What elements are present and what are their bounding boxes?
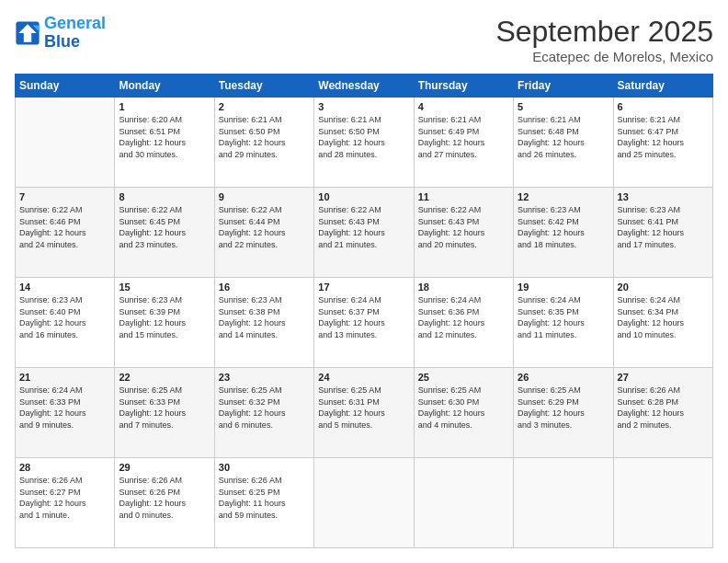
day-number: 23 bbox=[219, 372, 310, 383]
table-row: 7Sunrise: 6:22 AM Sunset: 6:46 PM Daylig… bbox=[16, 188, 115, 278]
table-row: 12Sunrise: 6:23 AM Sunset: 6:42 PM Dayli… bbox=[514, 188, 613, 278]
table-row: 3Sunrise: 6:21 AM Sunset: 6:50 PM Daylig… bbox=[314, 98, 414, 188]
table-row: 11Sunrise: 6:22 AM Sunset: 6:43 PM Dayli… bbox=[414, 188, 513, 278]
table-row: 10Sunrise: 6:22 AM Sunset: 6:43 PM Dayli… bbox=[314, 188, 414, 278]
day-number: 3 bbox=[318, 101, 409, 112]
calendar-header-row: Sunday Monday Tuesday Wednesday Thursday… bbox=[16, 75, 713, 98]
day-info: Sunrise: 6:24 AM Sunset: 6:33 PM Dayligh… bbox=[19, 385, 110, 431]
logo-icon bbox=[15, 20, 40, 46]
calendar-week-row: 7Sunrise: 6:22 AM Sunset: 6:46 PM Daylig… bbox=[16, 188, 713, 278]
day-info: Sunrise: 6:22 AM Sunset: 6:44 PM Dayligh… bbox=[219, 204, 310, 250]
calendar-body: 1Sunrise: 6:20 AM Sunset: 6:51 PM Daylig… bbox=[16, 98, 713, 548]
day-number: 27 bbox=[618, 372, 709, 383]
day-number: 26 bbox=[518, 372, 609, 383]
day-number: 10 bbox=[318, 191, 409, 202]
table-row: 13Sunrise: 6:23 AM Sunset: 6:41 PM Dayli… bbox=[613, 188, 712, 278]
day-info: Sunrise: 6:20 AM Sunset: 6:51 PM Dayligh… bbox=[119, 114, 210, 160]
col-saturday: Saturday bbox=[613, 75, 712, 98]
day-number: 12 bbox=[518, 191, 609, 202]
day-number: 8 bbox=[119, 191, 210, 202]
day-number: 24 bbox=[318, 372, 409, 383]
day-number: 4 bbox=[418, 101, 509, 112]
day-info: Sunrise: 6:24 AM Sunset: 6:37 PM Dayligh… bbox=[318, 294, 409, 340]
table-row: 21Sunrise: 6:24 AM Sunset: 6:33 PM Dayli… bbox=[16, 368, 115, 458]
day-info: Sunrise: 6:24 AM Sunset: 6:36 PM Dayligh… bbox=[418, 294, 509, 340]
table-row: 16Sunrise: 6:23 AM Sunset: 6:38 PM Dayli… bbox=[214, 278, 313, 368]
day-info: Sunrise: 6:25 AM Sunset: 6:30 PM Dayligh… bbox=[418, 385, 509, 431]
day-info: Sunrise: 6:26 AM Sunset: 6:28 PM Dayligh… bbox=[618, 385, 709, 431]
day-info: Sunrise: 6:23 AM Sunset: 6:38 PM Dayligh… bbox=[219, 294, 310, 340]
day-number: 2 bbox=[219, 101, 310, 112]
month-title: September 2025 bbox=[495, 15, 713, 49]
day-number: 16 bbox=[219, 282, 310, 293]
table-row: 9Sunrise: 6:22 AM Sunset: 6:44 PM Daylig… bbox=[214, 188, 313, 278]
logo-line2: Blue bbox=[44, 32, 80, 51]
table-row bbox=[613, 458, 712, 548]
day-number: 28 bbox=[19, 462, 110, 473]
table-row: 29Sunrise: 6:26 AM Sunset: 6:26 PM Dayli… bbox=[115, 458, 214, 548]
col-thursday: Thursday bbox=[414, 75, 513, 98]
table-row: 14Sunrise: 6:23 AM Sunset: 6:40 PM Dayli… bbox=[16, 278, 115, 368]
day-info: Sunrise: 6:25 AM Sunset: 6:31 PM Dayligh… bbox=[318, 385, 409, 431]
day-number: 25 bbox=[418, 372, 509, 383]
day-number: 22 bbox=[119, 372, 210, 383]
table-row bbox=[414, 458, 513, 548]
day-number: 1 bbox=[119, 101, 210, 112]
table-row: 4Sunrise: 6:21 AM Sunset: 6:49 PM Daylig… bbox=[414, 98, 513, 188]
day-number: 15 bbox=[119, 282, 210, 293]
title-block: September 2025 Ecatepec de Morelos, Mexi… bbox=[495, 15, 713, 64]
table-row bbox=[514, 458, 613, 548]
day-info: Sunrise: 6:26 AM Sunset: 6:26 PM Dayligh… bbox=[119, 475, 210, 521]
logo-line1: General bbox=[44, 14, 106, 32]
table-row bbox=[16, 98, 115, 188]
table-row: 15Sunrise: 6:23 AM Sunset: 6:39 PM Dayli… bbox=[115, 278, 214, 368]
table-row: 6Sunrise: 6:21 AM Sunset: 6:47 PM Daylig… bbox=[613, 98, 712, 188]
table-row: 25Sunrise: 6:25 AM Sunset: 6:30 PM Dayli… bbox=[414, 368, 513, 458]
header: General Blue September 2025 Ecatepec de … bbox=[15, 15, 713, 64]
table-row: 30Sunrise: 6:26 AM Sunset: 6:25 PM Dayli… bbox=[214, 458, 313, 548]
day-number: 29 bbox=[119, 462, 210, 473]
day-number: 6 bbox=[618, 101, 709, 112]
day-info: Sunrise: 6:23 AM Sunset: 6:41 PM Dayligh… bbox=[618, 204, 709, 250]
day-info: Sunrise: 6:21 AM Sunset: 6:47 PM Dayligh… bbox=[618, 114, 709, 160]
day-number: 14 bbox=[19, 282, 110, 293]
col-friday: Friday bbox=[514, 75, 613, 98]
table-row: 5Sunrise: 6:21 AM Sunset: 6:48 PM Daylig… bbox=[514, 98, 613, 188]
logo-text: General Blue bbox=[44, 15, 106, 52]
table-row: 20Sunrise: 6:24 AM Sunset: 6:34 PM Dayli… bbox=[613, 278, 712, 368]
day-number: 19 bbox=[518, 282, 609, 293]
day-info: Sunrise: 6:22 AM Sunset: 6:46 PM Dayligh… bbox=[19, 204, 110, 250]
day-info: Sunrise: 6:23 AM Sunset: 6:42 PM Dayligh… bbox=[518, 204, 609, 250]
table-row: 8Sunrise: 6:22 AM Sunset: 6:45 PM Daylig… bbox=[115, 188, 214, 278]
day-number: 30 bbox=[219, 462, 310, 473]
location-subtitle: Ecatepec de Morelos, Mexico bbox=[495, 49, 713, 64]
col-sunday: Sunday bbox=[16, 75, 115, 98]
table-row bbox=[314, 458, 414, 548]
day-number: 13 bbox=[618, 191, 709, 202]
table-row: 22Sunrise: 6:25 AM Sunset: 6:33 PM Dayli… bbox=[115, 368, 214, 458]
col-monday: Monday bbox=[115, 75, 214, 98]
calendar-week-row: 28Sunrise: 6:26 AM Sunset: 6:27 PM Dayli… bbox=[16, 458, 713, 548]
day-number: 5 bbox=[518, 101, 609, 112]
day-info: Sunrise: 6:24 AM Sunset: 6:34 PM Dayligh… bbox=[618, 294, 709, 340]
calendar-week-row: 21Sunrise: 6:24 AM Sunset: 6:33 PM Dayli… bbox=[16, 368, 713, 458]
table-row: 28Sunrise: 6:26 AM Sunset: 6:27 PM Dayli… bbox=[16, 458, 115, 548]
day-number: 18 bbox=[418, 282, 509, 293]
day-number: 21 bbox=[19, 372, 110, 383]
table-row: 26Sunrise: 6:25 AM Sunset: 6:29 PM Dayli… bbox=[514, 368, 613, 458]
day-info: Sunrise: 6:23 AM Sunset: 6:40 PM Dayligh… bbox=[19, 294, 110, 340]
day-info: Sunrise: 6:22 AM Sunset: 6:45 PM Dayligh… bbox=[119, 204, 210, 250]
table-row: 23Sunrise: 6:25 AM Sunset: 6:32 PM Dayli… bbox=[214, 368, 313, 458]
day-number: 11 bbox=[418, 191, 509, 202]
day-info: Sunrise: 6:25 AM Sunset: 6:33 PM Dayligh… bbox=[119, 385, 210, 431]
day-info: Sunrise: 6:23 AM Sunset: 6:39 PM Dayligh… bbox=[119, 294, 210, 340]
table-row: 27Sunrise: 6:26 AM Sunset: 6:28 PM Dayli… bbox=[613, 368, 712, 458]
page: General Blue September 2025 Ecatepec de … bbox=[0, 0, 728, 563]
day-info: Sunrise: 6:22 AM Sunset: 6:43 PM Dayligh… bbox=[418, 204, 509, 250]
logo: General Blue bbox=[15, 15, 106, 52]
calendar-week-row: 14Sunrise: 6:23 AM Sunset: 6:40 PM Dayli… bbox=[16, 278, 713, 368]
day-info: Sunrise: 6:26 AM Sunset: 6:27 PM Dayligh… bbox=[19, 475, 110, 521]
day-info: Sunrise: 6:21 AM Sunset: 6:49 PM Dayligh… bbox=[418, 114, 509, 160]
table-row: 2Sunrise: 6:21 AM Sunset: 6:50 PM Daylig… bbox=[214, 98, 313, 188]
day-info: Sunrise: 6:21 AM Sunset: 6:50 PM Dayligh… bbox=[219, 114, 310, 160]
